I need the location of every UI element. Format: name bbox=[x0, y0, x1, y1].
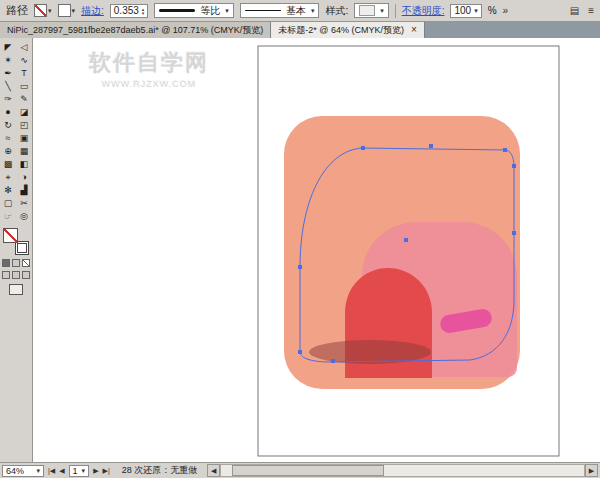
brush-definition-dropdown[interactable]: 基本 ▾ bbox=[240, 3, 320, 18]
separator bbox=[395, 4, 396, 18]
line-segment-tool[interactable]: ╲ bbox=[1, 80, 16, 93]
stroke-weight-value: 0.353 bbox=[114, 5, 139, 16]
stroke-profile-dropdown[interactable]: 等比 ▾ bbox=[154, 3, 234, 18]
graphic-style-dropdown[interactable]: ▾ bbox=[354, 3, 389, 18]
draw-behind-button[interactable] bbox=[12, 271, 20, 279]
selection-tool[interactable]: ◤ bbox=[1, 41, 16, 54]
rectangle-tool[interactable]: ▭ bbox=[17, 80, 32, 93]
eyedropper-tool[interactable]: ⌖ bbox=[1, 171, 16, 184]
magic-wand-tool[interactable]: ✶ bbox=[1, 54, 16, 67]
selection-anchor[interactable] bbox=[298, 350, 302, 354]
stroke-swatch-button[interactable]: ▾ bbox=[58, 4, 76, 17]
scale-tool[interactable]: ◰ bbox=[17, 119, 32, 132]
stepper-icon[interactable]: ▴▾ bbox=[142, 7, 145, 15]
style-label: 样式: bbox=[325, 4, 348, 18]
opacity-input[interactable]: 100 ▾ bbox=[450, 4, 481, 18]
color-controls bbox=[2, 259, 30, 267]
first-artboard-icon[interactable]: |◀ bbox=[48, 467, 55, 475]
artboard-navigation: |◀ ◀ 1 ▾ ▶ ▶| bbox=[48, 465, 110, 477]
stroke-weight-input[interactable]: 0.353 ▴▾ bbox=[110, 4, 149, 18]
document-view bbox=[33, 38, 600, 462]
chevron-down-icon: ▾ bbox=[72, 7, 76, 14]
slice-tool[interactable]: ✂ bbox=[17, 197, 32, 210]
tools-grid: ◤◁✶∿✒T╲▭✑✎●◪↻◰≈▣⊕▦▩◧⌖◑✻▟▢✂☞◎ bbox=[1, 41, 32, 223]
next-artboard-icon[interactable]: ▶ bbox=[93, 467, 98, 475]
symbol-sprayer-tool[interactable]: ✻ bbox=[1, 184, 16, 197]
scrollbar-thumb[interactable] bbox=[232, 465, 384, 476]
screen-mode-button[interactable] bbox=[9, 284, 23, 295]
last-artboard-icon[interactable]: ▶| bbox=[103, 467, 110, 475]
paintbrush-tool[interactable]: ✑ bbox=[1, 93, 16, 106]
previous-artboard-icon[interactable]: ◀ bbox=[59, 467, 64, 475]
document-tab-untitled-2[interactable]: 未标题-2* @ 64% (CMYK/预览) × bbox=[271, 22, 425, 38]
artboard-number-select[interactable]: 1 ▾ bbox=[69, 465, 90, 477]
mesh-tool[interactable]: ▩ bbox=[1, 158, 16, 171]
stroke-color-swatch[interactable] bbox=[15, 241, 29, 255]
zoom-level-select[interactable]: 64% ▾ bbox=[2, 465, 44, 477]
chevron-down-icon: ▾ bbox=[48, 7, 52, 14]
status-bar: 64% ▾ |◀ ◀ 1 ▾ ▶ ▶| 28 次还原：无重做 ◀ ▶ bbox=[0, 462, 600, 478]
selection-anchor[interactable] bbox=[361, 146, 365, 150]
panel-menu-icon[interactable]: ▤ bbox=[570, 5, 579, 16]
illustrator-window: 路径 ▾ ▾ 描边: 0.353 ▴▾ 等比 ▾ 基本 ▾ 样式: bbox=[0, 0, 600, 478]
opacity-link[interactable]: 不透明度: bbox=[402, 4, 445, 18]
scroll-left-icon[interactable]: ◀ bbox=[207, 464, 220, 477]
document-tab-bar: NiPic_287997_5981fbe2e87daeb5.ai* @ 107.… bbox=[0, 22, 600, 38]
draw-normal-button[interactable] bbox=[2, 271, 10, 279]
document-tab-nipic[interactable]: NiPic_287997_5981fbe2e87daeb5.ai* @ 107.… bbox=[0, 22, 271, 38]
draw-inside-button[interactable] bbox=[22, 271, 30, 279]
selection-anchor[interactable] bbox=[512, 164, 516, 168]
eraser-tool[interactable]: ◪ bbox=[17, 106, 32, 119]
hand-tool[interactable]: ☞ bbox=[1, 210, 16, 223]
panel-list-icon[interactable]: ≡ bbox=[588, 5, 594, 16]
pencil-tool[interactable]: ✎ bbox=[17, 93, 32, 106]
artboard-number-value: 1 bbox=[73, 466, 78, 476]
close-icon[interactable]: × bbox=[411, 25, 417, 35]
selection-anchor[interactable] bbox=[331, 359, 335, 363]
artboard-tool[interactable]: ▢ bbox=[1, 197, 16, 210]
canvas-area[interactable]: 软件自学网 WWW.RJZXW.COM bbox=[33, 38, 600, 462]
chevron-down-icon: ▾ bbox=[474, 7, 478, 14]
zoom-tool[interactable]: ◎ bbox=[17, 210, 32, 223]
type-tool[interactable]: T bbox=[17, 67, 32, 80]
panel-overflow-icon[interactable]: » bbox=[503, 5, 509, 16]
brush-preview bbox=[245, 10, 281, 11]
column-graph-tool[interactable]: ▟ bbox=[17, 184, 32, 197]
fill-color-swatch[interactable] bbox=[3, 228, 18, 243]
blob-brush-tool[interactable]: ● bbox=[1, 106, 16, 119]
gradient-mode-button[interactable] bbox=[12, 259, 20, 267]
scrollbar-track[interactable] bbox=[220, 464, 585, 477]
width-tool[interactable]: ≈ bbox=[1, 132, 16, 145]
selection-type-label: 路径 bbox=[6, 3, 28, 18]
lasso-tool[interactable]: ∿ bbox=[17, 54, 32, 67]
selection-anchor[interactable] bbox=[429, 144, 433, 148]
fill-stroke-indicator bbox=[3, 228, 29, 255]
selection-anchor[interactable] bbox=[503, 148, 507, 152]
brush-definition-label: 基本 bbox=[286, 4, 306, 18]
selection-anchor[interactable] bbox=[298, 265, 302, 269]
chevron-down-icon: ▾ bbox=[36, 467, 40, 474]
color-mode-button[interactable] bbox=[2, 259, 10, 267]
stroke-swatch-icon bbox=[58, 4, 71, 17]
none-mode-button[interactable] bbox=[22, 259, 30, 267]
chevron-down-icon: ▾ bbox=[380, 7, 384, 14]
drawing-modes bbox=[2, 271, 30, 279]
horizontal-scrollbar[interactable]: ◀ ▶ bbox=[207, 464, 598, 477]
direct-selection-tool[interactable]: ◁ bbox=[17, 41, 32, 54]
rotate-tool[interactable]: ↻ bbox=[1, 119, 16, 132]
selection-anchor[interactable] bbox=[512, 231, 516, 235]
pen-tool[interactable]: ✒ bbox=[1, 67, 16, 80]
stroke-weight-link[interactable]: 描边: bbox=[81, 4, 104, 18]
gradient-tool[interactable]: ◧ bbox=[17, 158, 32, 171]
fill-swatch-button[interactable]: ▾ bbox=[34, 4, 52, 17]
selection-anchor[interactable] bbox=[404, 238, 408, 242]
scroll-right-icon[interactable]: ▶ bbox=[585, 464, 598, 477]
shape-builder-tool[interactable]: ⊕ bbox=[1, 145, 16, 158]
perspective-grid-tool[interactable]: ▦ bbox=[17, 145, 32, 158]
free-transform-tool[interactable]: ▣ bbox=[17, 132, 32, 145]
tab-title: 未标题-2* @ 64% (CMYK/预览) bbox=[278, 24, 404, 37]
blend-tool[interactable]: ◑ bbox=[17, 171, 32, 184]
fill-none-icon bbox=[34, 4, 47, 17]
style-preview-icon bbox=[359, 5, 375, 16]
tab-title: NiPic_287997_5981fbe2e87daeb5.ai* @ 107.… bbox=[7, 24, 263, 37]
